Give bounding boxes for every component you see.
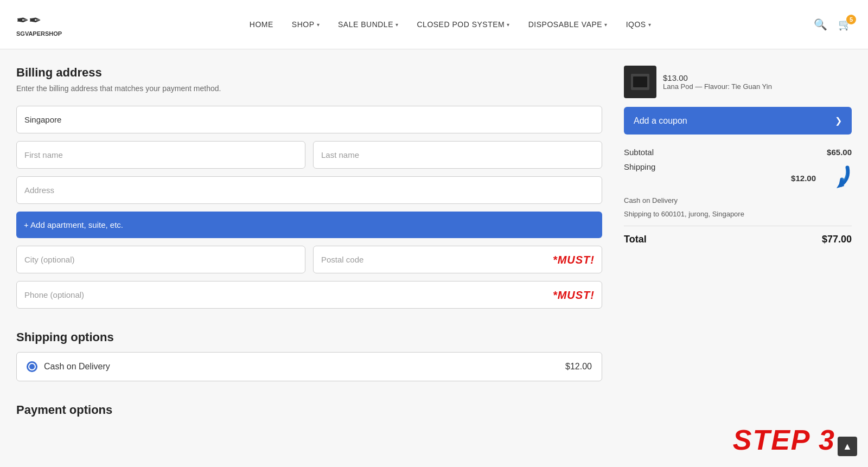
total-line: Total $77.00 (624, 234, 852, 245)
nav-sale-bundle[interactable]: SALE BUNDLE ▾ (331, 16, 405, 33)
chevron-down-icon: ▾ (604, 22, 608, 28)
shipping-section: Shipping options Cash on Delivery $12.00 (16, 330, 602, 381)
step3-label: STEP 3 (733, 424, 835, 454)
nav-shop[interactable]: SHOP ▾ (285, 16, 326, 33)
shipping-option-left: Cash on Delivery (27, 361, 110, 372)
nav-iqos[interactable]: IQOS ▾ (620, 16, 658, 33)
total-value: $77.00 (822, 234, 852, 245)
add-apt-group: + Add apartment, suite, etc. (16, 212, 602, 238)
add-coupon-button[interactable]: Add a coupon ❯ (624, 107, 852, 135)
subtotal-label: Subtotal (624, 148, 654, 157)
subtotal-value: $65.00 (827, 148, 852, 157)
main-nav: HOME SHOP ▾ SALE BUNDLE ▾ CLOSED POD SYS… (87, 16, 814, 33)
shipping-option-price: $12.00 (565, 362, 592, 372)
product-thumbnail (627, 71, 654, 93)
coupon-label: Add a coupon (634, 116, 687, 126)
phone-field-group: *MUST! (16, 281, 602, 309)
total-label: Total (624, 234, 647, 245)
logo[interactable]: ✒✒ SGVAPERSHOP (16, 11, 87, 37)
product-row: $13.00 Lana Pod — Flavour: Tie Guan Yin (624, 66, 852, 98)
shipping-line: Shipping $12.00 (624, 162, 852, 204)
divider (624, 226, 852, 226)
payment-section: Payment options (16, 403, 602, 417)
scroll-to-top-button[interactable]: ▲ (838, 437, 857, 454)
radio-dot (29, 364, 35, 369)
product-price: $13.00 (663, 73, 772, 82)
postal-field-group: *MUST! (313, 246, 602, 273)
shipping-option-cod[interactable]: Cash on Delivery $12.00 (16, 352, 602, 381)
address-field-group (16, 176, 602, 204)
product-name: Lana Pod — Flavour: Tie Guan Yin (663, 82, 772, 91)
shipping-to-line: Shipping to 600101, jurong, Singapore (624, 210, 852, 218)
billing-subtitle: Enter the billing address that matches y… (16, 84, 602, 93)
chevron-down-icon: ▾ (648, 22, 652, 28)
shipping-option-label: Cash on Delivery (44, 362, 110, 372)
address-input[interactable] (16, 176, 602, 204)
logo-text: SGVAPERSHOP (16, 30, 62, 37)
cart-button[interactable]: 🛒 5 (838, 18, 852, 31)
radio-button[interactable] (27, 361, 37, 372)
nav-home[interactable]: HOME (243, 16, 280, 33)
city-field-group (16, 246, 305, 273)
search-icon: 🔍 (814, 18, 827, 30)
payment-title: Payment options (16, 403, 602, 417)
site-header: ✒✒ SGVAPERSHOP HOME SHOP ▾ SALE BUNDLE ▾… (0, 0, 868, 49)
phone-must-label: *MUST! (553, 289, 595, 301)
add-apartment-button[interactable]: + Add apartment, suite, etc. (16, 212, 602, 238)
billing-title: Billing address (16, 66, 602, 80)
annotation-arrow (821, 162, 852, 194)
last-name-group (313, 141, 602, 169)
chevron-down-icon: ▾ (395, 22, 399, 28)
order-summary: $13.00 Lana Pod — Flavour: Tie Guan Yin … (624, 66, 852, 421)
chevron-down-icon: ▾ (317, 22, 320, 28)
chevron-down-icon: ▾ (507, 22, 510, 28)
first-name-input[interactable] (16, 141, 305, 169)
shipping-title: Shipping options (16, 330, 602, 344)
country-field-group (16, 106, 602, 133)
header-actions: 🔍 🛒 5 (814, 18, 852, 31)
shipping-method-label: Cash on Delivery (624, 196, 678, 204)
nav-closed-pod[interactable]: CLOSED POD SYSTEM ▾ (410, 16, 516, 33)
shipping-value: $12.00 (791, 174, 816, 183)
product-image (624, 66, 656, 98)
product-info: $13.00 Lana Pod — Flavour: Tie Guan Yin (663, 73, 772, 91)
cart-badge: 5 (846, 15, 856, 24)
first-name-group (16, 141, 305, 169)
chevron-down-icon: ❯ (835, 116, 842, 126)
page-content: Billing address Enter the billing addres… (0, 49, 868, 454)
name-row (16, 141, 602, 169)
shipping-address: Shipping to 600101, jurong, Singapore (624, 210, 744, 218)
city-input[interactable] (16, 246, 305, 273)
city-postal-row: *MUST! (16, 246, 602, 273)
phone-input[interactable] (16, 281, 602, 309)
subtotal-line: Subtotal $65.00 (624, 148, 852, 157)
postal-must-label: *MUST! (553, 253, 595, 266)
shipping-label: Shipping (624, 162, 655, 194)
svg-rect-2 (633, 76, 647, 87)
billing-section: Billing address Enter the billing addres… (16, 66, 602, 421)
country-input[interactable] (16, 106, 602, 133)
search-button[interactable]: 🔍 (814, 18, 827, 31)
shipping-line-row: Shipping $12.00 (624, 162, 852, 194)
logo-icon: ✒✒ (16, 11, 62, 29)
shipping-method-row: Cash on Delivery (624, 196, 852, 204)
nav-disposable-vape[interactable]: DISPOSABLE VAPE ▾ (522, 16, 614, 33)
last-name-input[interactable] (313, 141, 602, 169)
